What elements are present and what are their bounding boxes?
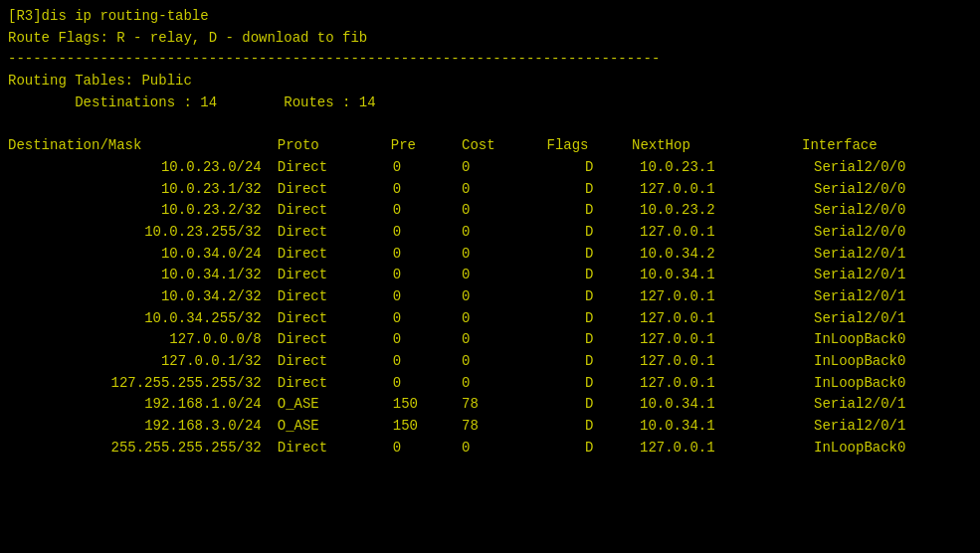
cell-cost: 0 — [462, 157, 547, 179]
cell-destination: 10.0.34.0/24 — [8, 244, 278, 266]
cell-nexthop: 10.0.34.1 — [632, 394, 802, 416]
cell-pre: 150 — [391, 394, 462, 416]
cell-nexthop: 10.0.34.2 — [632, 244, 802, 266]
cell-pre: 0 — [391, 373, 462, 395]
cell-nexthop: 127.0.0.1 — [632, 179, 802, 201]
table-row: 10.0.34.0/24Direct00D10.0.34.2Serial2/0/… — [8, 244, 972, 266]
cell-flags: D — [547, 244, 633, 266]
cell-nexthop: 127.0.0.1 — [632, 222, 802, 244]
header-nexthop: NextHop — [632, 135, 802, 157]
cell-nexthop: 10.0.34.1 — [632, 416, 802, 438]
separator-line: ----------------------------------------… — [8, 49, 972, 71]
cell-cost: 0 — [462, 265, 547, 286]
cell-destination: 10.0.23.2/32 — [8, 200, 278, 222]
cell-pre: 0 — [391, 200, 462, 222]
cell-interface: Serial2/0/0 — [802, 200, 972, 222]
cell-pre: 0 — [391, 265, 462, 286]
cell-proto: Direct — [278, 438, 391, 460]
cell-proto: Direct — [278, 265, 391, 286]
cell-cost: 78 — [462, 394, 547, 416]
cell-interface: Serial2/0/0 — [802, 222, 972, 244]
cell-proto: Direct — [278, 222, 391, 244]
cell-destination: 10.0.34.255/32 — [8, 308, 278, 330]
table-row: 127.255.255.255/32Direct00D127.0.0.1InLo… — [8, 373, 972, 395]
cell-flags: D — [547, 222, 633, 244]
cell-interface: Serial2/0/1 — [802, 244, 972, 266]
cell-interface: InLoopBack0 — [802, 373, 972, 395]
cell-nexthop: 10.0.34.1 — [632, 265, 802, 286]
cell-destination: 10.0.34.1/32 — [8, 265, 278, 286]
routing-table: Destination/Mask Proto Pre Cost Flags Ne… — [8, 135, 972, 459]
cell-cost: 0 — [462, 244, 547, 266]
table-header-row: Destination/Mask Proto Pre Cost Flags Ne… — [8, 135, 972, 157]
cell-destination: 192.168.3.0/24 — [8, 416, 278, 438]
cell-flags: D — [547, 394, 633, 416]
cell-pre: 0 — [391, 438, 462, 460]
cell-cost: 78 — [462, 416, 547, 438]
cell-pre: 0 — [391, 157, 462, 179]
cell-cost: 0 — [462, 329, 547, 351]
cell-proto: Direct — [278, 157, 391, 179]
table-row: 10.0.23.255/32Direct00D127.0.0.1Serial2/… — [8, 222, 972, 244]
cell-nexthop: 127.0.0.1 — [632, 329, 802, 351]
cell-nexthop: 127.0.0.1 — [632, 373, 802, 395]
cell-cost: 0 — [462, 373, 547, 395]
cell-proto: O_ASE — [278, 416, 391, 438]
cell-flags: D — [547, 157, 633, 179]
cell-proto: Direct — [278, 179, 391, 201]
cell-flags: D — [547, 179, 633, 201]
cell-proto: Direct — [278, 286, 391, 308]
destinations-line: Destinations : 14 Routes : 14 — [8, 92, 972, 114]
cell-nexthop: 10.0.23.1 — [632, 157, 802, 179]
header-cost: Cost — [462, 135, 547, 157]
cell-pre: 0 — [391, 308, 462, 330]
cell-cost: 0 — [462, 351, 547, 373]
cell-flags: D — [547, 329, 633, 351]
header-interface: Interface — [802, 135, 972, 157]
cell-pre: 0 — [391, 286, 462, 308]
header-destination: Destination/Mask — [8, 135, 278, 157]
cell-proto: Direct — [278, 329, 391, 351]
cell-flags: D — [547, 416, 633, 438]
table-row: 127.0.0.0/8Direct00D127.0.0.1InLoopBack0 — [8, 329, 972, 351]
cell-proto: O_ASE — [278, 394, 391, 416]
cell-flags: D — [547, 308, 633, 330]
cell-cost: 0 — [462, 286, 547, 308]
table-row: 10.0.23.0/24Direct00D10.0.23.1Serial2/0/… — [8, 157, 972, 179]
cell-interface: Serial2/0/1 — [802, 265, 972, 286]
cell-proto: Direct — [278, 244, 391, 266]
blank-line — [8, 113, 972, 135]
cell-proto: Direct — [278, 373, 391, 395]
cell-interface: Serial2/0/1 — [802, 286, 972, 308]
cell-destination: 255.255.255.255/32 — [8, 438, 278, 460]
route-flags-line: Route Flags: R - relay, D - download to … — [8, 28, 972, 50]
cell-destination: 10.0.23.1/32 — [8, 179, 278, 201]
cell-interface: Serial2/0/1 — [802, 308, 972, 330]
table-row: 192.168.3.0/24O_ASE15078D10.0.34.1Serial… — [8, 416, 972, 438]
cell-pre: 0 — [391, 244, 462, 266]
cell-destination: 10.0.23.255/32 — [8, 222, 278, 244]
header-proto: Proto — [278, 135, 391, 157]
cell-flags: D — [547, 373, 633, 395]
cell-nexthop: 127.0.0.1 — [632, 438, 802, 460]
table-row: 10.0.23.2/32Direct00D10.0.23.2Serial2/0/… — [8, 200, 972, 222]
cell-interface: InLoopBack0 — [802, 438, 972, 460]
cell-cost: 0 — [462, 222, 547, 244]
cell-flags: D — [547, 351, 633, 373]
cell-interface: InLoopBack0 — [802, 329, 972, 351]
cell-pre: 0 — [391, 329, 462, 351]
cell-nexthop: 127.0.0.1 — [632, 286, 802, 308]
cell-cost: 0 — [462, 179, 547, 201]
cell-flags: D — [547, 438, 633, 460]
cell-destination: 10.0.34.2/32 — [8, 286, 278, 308]
table-row: 10.0.34.2/32Direct00D127.0.0.1Serial2/0/… — [8, 286, 972, 308]
cell-cost: 0 — [462, 438, 547, 460]
cell-destination: 127.255.255.255/32 — [8, 373, 278, 395]
routing-tables-line: Routing Tables: Public — [8, 71, 972, 92]
cell-proto: Direct — [278, 308, 391, 330]
table-row: 192.168.1.0/24O_ASE15078D10.0.34.1Serial… — [8, 394, 972, 416]
cell-interface: Serial2/0/1 — [802, 394, 972, 416]
terminal: [R3]dis ip routing-table Route Flags: R … — [0, 0, 980, 553]
table-row: 10.0.34.1/32Direct00D10.0.34.1Serial2/0/… — [8, 265, 972, 286]
cell-interface: Serial2/0/0 — [802, 179, 972, 201]
